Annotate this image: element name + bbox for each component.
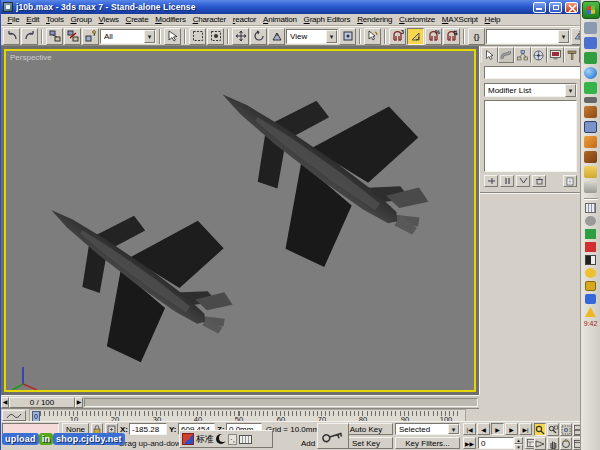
menu-rendering[interactable]: Rendering (354, 15, 396, 24)
spinner-snap-button[interactable]: ⇅ (443, 28, 460, 45)
perspective-viewport[interactable]: Perspective (4, 49, 476, 392)
taskbar-window-folder[interactable] (584, 166, 597, 178)
unlink-button[interactable] (64, 28, 81, 45)
previous-frame-button[interactable]: ◀ (477, 423, 490, 435)
go-to-end-button[interactable]: ▶| (519, 423, 532, 435)
close-button[interactable] (565, 2, 578, 13)
configure-modifier-sets-button[interactable] (563, 175, 577, 187)
next-frame-button[interactable]: ▶ (505, 423, 518, 435)
tray-icon[interactable] (585, 216, 596, 226)
go-to-start-button[interactable]: |◀ (463, 423, 476, 435)
field-of-view-button[interactable] (534, 437, 546, 450)
select-and-link-button[interactable] (46, 28, 63, 45)
menu-reactor[interactable]: reactor (229, 15, 259, 24)
selection-filter-dropdown[interactable]: All ▾ (100, 29, 156, 44)
key-mode-dropdown[interactable]: Selected ▾ (395, 423, 460, 435)
menu-tools[interactable]: Tools (43, 15, 67, 24)
tray-keyboard-icon[interactable] (585, 203, 596, 213)
start-button[interactable] (582, 1, 600, 19)
select-and-move-button[interactable] (232, 28, 249, 45)
ime-mode-label[interactable]: 标准 (196, 433, 214, 445)
remove-modifier-button[interactable] (532, 175, 546, 187)
make-unique-button[interactable] (516, 175, 530, 187)
taskbar-window-3dsmax[interactable] (584, 151, 597, 163)
taskbar-icon[interactable] (584, 22, 597, 34)
viewport-label[interactable]: Perspective (10, 53, 52, 62)
tray-lock-icon[interactable] (585, 281, 596, 291)
arc-rotate-button[interactable] (560, 437, 572, 450)
menu-help[interactable]: Help (481, 15, 503, 24)
menu-modifiers[interactable]: Modifiers (152, 15, 189, 24)
menu-maxscript[interactable]: MAXScript (438, 15, 481, 24)
minimize-button[interactable] (533, 2, 546, 13)
ime-fullhalf-moon-icon[interactable] (216, 434, 226, 444)
ime-language-icon[interactable] (182, 433, 194, 445)
show-end-result-button[interactable] (500, 175, 514, 187)
pan-button[interactable] (547, 437, 559, 450)
ime-punctuation-toggle[interactable]: ·, (228, 434, 237, 445)
tab-create[interactable] (481, 47, 498, 63)
redo-button[interactable] (21, 28, 38, 45)
tab-motion[interactable] (531, 47, 548, 63)
percent-snap-button[interactable]: % (425, 28, 442, 45)
key-mode-toggle-button[interactable]: ▶▶ (463, 437, 476, 449)
tray-icon[interactable] (585, 294, 596, 304)
rectangular-selection-region-button[interactable] (189, 28, 206, 45)
select-and-manipulate-button[interactable] (364, 28, 381, 45)
tab-display[interactable] (547, 47, 564, 63)
set-keys-button[interactable] (317, 423, 349, 449)
reference-coordsys-dropdown[interactable]: View ▾ (286, 29, 338, 44)
tray-icon[interactable] (585, 242, 596, 252)
taskbar-icon[interactable] (584, 37, 597, 49)
tray-shield-icon[interactable] (585, 307, 596, 317)
tab-utilities[interactable] (564, 47, 581, 63)
time-slider-track[interactable] (84, 398, 478, 407)
bind-to-spacewarp-button[interactable] (82, 28, 99, 45)
play-button[interactable]: ▶ (491, 423, 504, 435)
taskbar-icon[interactable] (584, 82, 597, 94)
tab-modify[interactable] (498, 47, 515, 63)
edit-named-selection-button[interactable]: {} (468, 28, 485, 45)
taskbar-window-active[interactable] (584, 121, 597, 133)
x-coordinate-field[interactable] (129, 423, 167, 435)
modifier-stack-list[interactable] (484, 100, 577, 172)
select-and-rotate-button[interactable] (250, 28, 267, 45)
taskbar-icon[interactable] (584, 97, 597, 103)
menu-views[interactable]: Views (95, 15, 122, 24)
menu-group[interactable]: Group (67, 15, 95, 24)
menu-animation[interactable]: Animation (260, 15, 301, 24)
zoom-all-button[interactable] (547, 423, 559, 436)
select-object-button[interactable] (164, 28, 181, 45)
menu-graph-editors[interactable]: Graph Editors (300, 15, 354, 24)
ime-keyboard-icon[interactable] (239, 435, 252, 444)
angle-snap-toggle-button[interactable] (407, 28, 424, 45)
current-frame-field[interactable]: 0 (478, 437, 514, 449)
menu-customize[interactable]: Customize (396, 15, 439, 24)
key-filters-button[interactable]: Key Filters... (395, 437, 460, 449)
menu-edit[interactable]: Edit (23, 15, 43, 24)
snap-toggle-3d-button[interactable]: 3 (389, 28, 406, 45)
tray-icon[interactable] (585, 255, 596, 265)
menu-file[interactable]: File (4, 15, 23, 24)
menu-create[interactable]: Create (122, 15, 152, 24)
taskbar-icon[interactable] (584, 52, 597, 64)
tray-icon[interactable] (585, 268, 596, 278)
taskbar-window-printer[interactable] (584, 181, 597, 193)
taskbar-window-3dsmax[interactable] (584, 106, 597, 118)
titlebar[interactable]: j10b.max - 3ds max 7 - Stand-alone Licen… (1, 0, 580, 14)
pin-stack-button[interactable] (484, 175, 498, 187)
time-back-arrow[interactable]: ◀ (1, 397, 9, 408)
window-crossing-toggle-button[interactable] (207, 28, 224, 45)
taskbar-icon-globe[interactable] (584, 67, 597, 79)
zoom-button[interactable] (534, 423, 546, 436)
modifier-list-dropdown[interactable]: Modifier List ▾ (484, 83, 577, 97)
spinner-down-icon[interactable]: ▾ (514, 444, 523, 450)
taskbar-window-3dsmax[interactable] (584, 136, 597, 148)
select-and-scale-button[interactable] (268, 28, 285, 45)
use-center-button[interactable] (339, 28, 356, 45)
tray-icon[interactable] (585, 229, 596, 239)
open-mini-curve-editor-button[interactable] (2, 410, 26, 421)
named-selection-dropdown[interactable]: ▾ (486, 29, 570, 44)
undo-button[interactable] (3, 28, 20, 45)
time-slider-handle[interactable]: 0 / 100 (9, 397, 75, 408)
